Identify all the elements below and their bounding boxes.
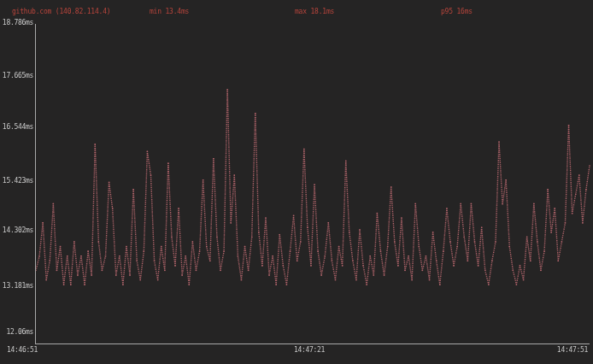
y-tick-label: 16.544ms — [0, 123, 33, 132]
x-axis-line — [35, 343, 590, 344]
stat-p95: p95 16ms — [441, 8, 473, 16]
stat-min: min 13.4ms — [150, 8, 189, 16]
y-tick-label: 17.665ms — [0, 72, 33, 80]
latency-graph — [0, 0, 593, 364]
y-axis-line — [35, 24, 36, 343]
x-tick-label-mid: 14:47:21 — [275, 346, 343, 355]
y-tick-label: 13.181ms — [0, 282, 33, 291]
host-label: github.com (140.82.114.4) — [12, 8, 110, 16]
x-tick-label-start: 14:46:51 — [7, 346, 38, 355]
stat-max: max 18.1ms — [295, 8, 334, 16]
gping-terminal: github.com (140.82.114.4) min 13.4ms max… — [0, 0, 593, 364]
y-tick-label: 12.06ms — [0, 328, 33, 337]
x-tick-label-end: 14:47:51 — [557, 346, 588, 355]
y-tick-label: 15.423ms — [0, 177, 33, 185]
y-tick-label: 14.302ms — [0, 226, 33, 235]
y-tick-label: 18.786ms — [0, 19, 33, 27]
